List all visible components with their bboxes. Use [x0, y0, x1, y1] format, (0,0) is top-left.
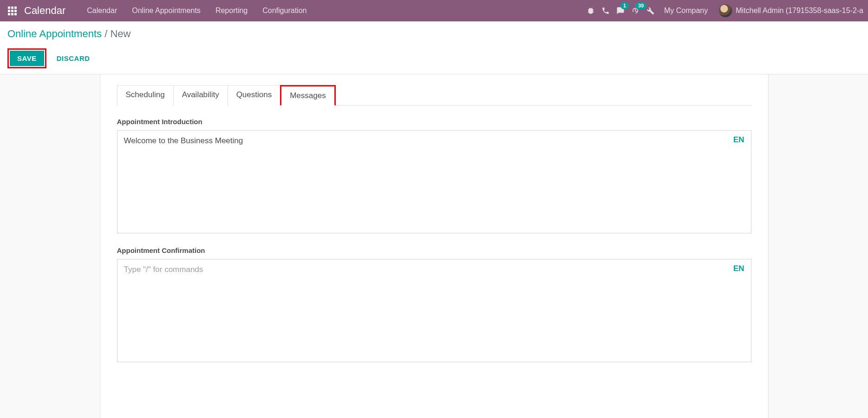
breadcrumb-parent[interactable]: Online Appointments: [7, 28, 102, 40]
intro-language-button[interactable]: EN: [733, 135, 744, 145]
appointment-introduction-editor[interactable]: Welcome to the Business Meeting EN: [117, 130, 751, 233]
nav-item-calendar[interactable]: Calendar: [79, 0, 124, 21]
activities-icon[interactable]: 39: [628, 0, 643, 21]
breadcrumb-current: New: [110, 28, 131, 40]
nav-item-reporting[interactable]: Reporting: [208, 0, 255, 21]
control-panel-buttons: SAVE DISCARD: [7, 48, 861, 68]
tab-questions[interactable]: Questions: [228, 85, 281, 106]
confirm-language-button[interactable]: EN: [733, 264, 744, 273]
company-switcher[interactable]: My Company: [658, 7, 714, 15]
appointment-confirmation-editor[interactable]: Type "/" for commands EN: [117, 259, 751, 362]
messages-icon[interactable]: 1: [613, 0, 628, 21]
form-sheet-bg: Scheduling Availability Questions Messag…: [0, 74, 868, 418]
tools-icon[interactable]: [643, 0, 658, 21]
user-menu[interactable]: Mitchell Admin (17915358-saas-15-2-a: [714, 4, 863, 17]
save-button[interactable]: SAVE: [10, 51, 44, 66]
nav-item-configuration[interactable]: Configuration: [255, 0, 314, 21]
appointment-confirmation-label: Appointment Confirmation: [117, 246, 751, 254]
nav-item-online-appointments[interactable]: Online Appointments: [124, 0, 208, 21]
form-sheet: Scheduling Availability Questions Messag…: [100, 74, 769, 418]
appointment-introduction-value: Welcome to the Business Meeting: [124, 136, 243, 145]
tab-scheduling[interactable]: Scheduling: [117, 85, 174, 106]
avatar: [719, 4, 732, 17]
discard-button[interactable]: DISCARD: [55, 51, 92, 66]
bug-icon[interactable]: [583, 0, 598, 21]
appointment-introduction-label: Appointment Introduction: [117, 118, 751, 126]
breadcrumb: Online Appointments / New: [7, 28, 861, 40]
tab-availability[interactable]: Availability: [173, 85, 228, 106]
breadcrumb-separator: /: [104, 28, 110, 40]
appointment-confirmation-placeholder: Type "/" for commands: [124, 265, 203, 274]
phone-icon[interactable]: [598, 0, 613, 21]
apps-grid-icon[interactable]: [7, 5, 18, 16]
user-name: Mitchell Admin (17915358-saas-15-2-a: [736, 7, 863, 15]
highlight-save: SAVE: [7, 48, 46, 68]
control-panel: Online Appointments / New SAVE DISCARD: [0, 21, 868, 74]
notebook-tabs: Scheduling Availability Questions Messag…: [117, 85, 751, 106]
app-title: Calendar: [24, 5, 65, 17]
top-navbar: Calendar Calendar Online Appointments Re…: [0, 0, 868, 21]
tab-messages[interactable]: Messages: [280, 85, 335, 106]
